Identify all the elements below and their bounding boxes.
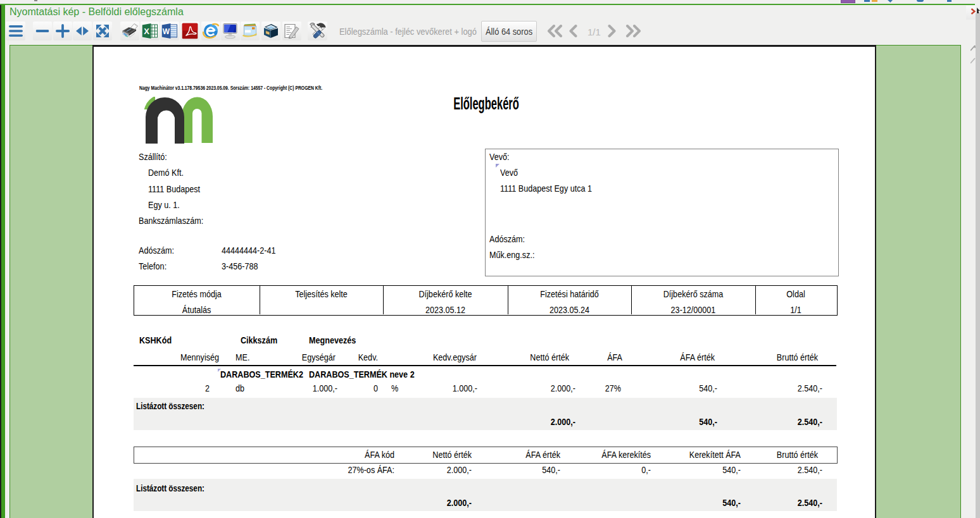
svg-text:X: X	[144, 27, 149, 36]
svg-text:W: W	[163, 27, 170, 36]
